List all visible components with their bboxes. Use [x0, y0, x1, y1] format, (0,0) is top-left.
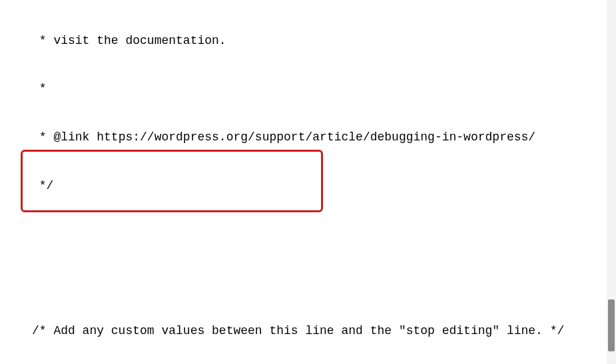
blank-line: [32, 226, 600, 242]
code-line: * @link https://wordpress.org/support/ar…: [32, 129, 600, 145]
code-area[interactable]: * visit the documentation. * * @link htt…: [0, 0, 600, 364]
code-line: */: [32, 178, 600, 194]
scrollbar-track[interactable]: [607, 0, 616, 364]
code-viewport: * visit the documentation. * * @link htt…: [0, 0, 600, 364]
code-line: * visit the documentation.: [32, 33, 600, 49]
blank-line: [32, 275, 600, 291]
scrollbar-thumb[interactable]: [608, 299, 615, 351]
code-line: /* Add any custom values between this li…: [32, 323, 600, 339]
code-line: *: [32, 81, 600, 96]
